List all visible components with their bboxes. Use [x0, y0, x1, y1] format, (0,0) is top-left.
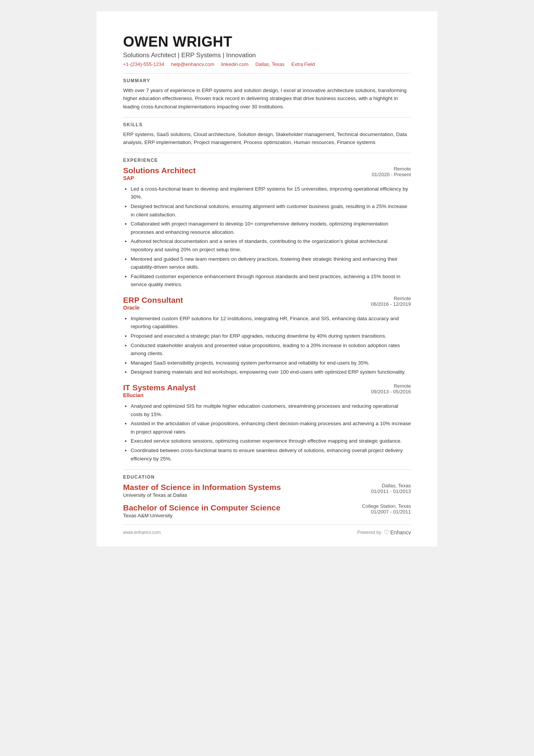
job-3-header: IT Systems Analyst Ellucian Remote 09/20…	[123, 383, 411, 400]
bullet-item: Managed SaaS extensibility projects, inc…	[131, 359, 411, 367]
contact-email[interactable]: help@enhancv.com	[171, 61, 214, 67]
job-2: ERP Consultant Oracle Remote 06/2016 - 1…	[123, 296, 411, 376]
job-1: Solutions Architect SAP Remote 01/2020 -…	[123, 166, 411, 289]
heart-icon: ♡	[384, 529, 389, 536]
resume-page: OWEN WRIGHT Solutions Architect | ERP Sy…	[97, 11, 437, 546]
degree-2-location: College Station, Texas	[362, 503, 411, 509]
education-label: EDUCATION	[123, 474, 411, 480]
job-1-location: Remote	[372, 166, 411, 172]
job-2-location: Remote	[371, 296, 411, 301]
job-1-bullets: Led a cross-functional team to develop a…	[123, 185, 411, 289]
page-footer: www.enhancv.com Powered by ♡ Enhancv	[123, 524, 411, 536]
skills-section: SKILLS ERP systems, SaaS solutions, Clou…	[123, 122, 411, 147]
bullet-item: Coordinated between cross-functional tea…	[131, 446, 411, 463]
bullet-item: Led a cross-functional team to develop a…	[131, 185, 411, 201]
contact-location: Dallas, Texas	[255, 61, 284, 67]
job-1-company: SAP	[123, 175, 196, 181]
degree-1-header: Master of Science in Information Systems…	[123, 483, 411, 498]
bullet-item: Designed technical and functional soluti…	[131, 202, 411, 219]
header-divider	[123, 73, 411, 74]
degree-2-info: Bachelor of Science in Computer Science …	[123, 503, 280, 518]
enhancv-logo: ♡ Enhancv	[384, 529, 411, 536]
job-2-bullets: Implemented custom ERP solutions for 12 …	[123, 315, 411, 376]
bullet-item: Facilitated customer experience enhancem…	[131, 272, 411, 289]
job-3-title-block: IT Systems Analyst Ellucian	[123, 383, 196, 400]
skills-text: ERP systems, SaaS solutions, Cloud archi…	[123, 130, 411, 147]
bullet-item: Conducted stakeholder analysis and prese…	[131, 341, 411, 358]
candidate-name: OWEN WRIGHT	[123, 34, 411, 50]
bullet-item: Assisted in the articulation of value pr…	[131, 419, 411, 436]
bullet-item: Analyzed and optimized SIS for multiple …	[131, 402, 411, 418]
experience-divider	[123, 470, 411, 470]
job-2-dates: 06/2016 - 12/2019	[371, 301, 411, 307]
job-2-title-block: ERP Consultant Oracle	[123, 296, 183, 313]
job-3: IT Systems Analyst Ellucian Remote 09/20…	[123, 383, 411, 463]
job-2-company: Oracle	[123, 305, 183, 311]
powered-by-text: Powered by	[357, 530, 381, 535]
job-1-header: Solutions Architect SAP Remote 01/2020 -…	[123, 166, 411, 183]
header: OWEN WRIGHT Solutions Architect | ERP Sy…	[123, 34, 411, 67]
job-3-bullets: Analyzed and optimized SIS for multiple …	[123, 402, 411, 463]
degree-2-school: Texas A&M University	[123, 513, 280, 518]
job-2-header: ERP Consultant Oracle Remote 06/2016 - 1…	[123, 296, 411, 313]
job-3-title: IT Systems Analyst	[123, 383, 196, 392]
bullet-item: Designed training materials and led work…	[131, 368, 411, 376]
degree-2: Bachelor of Science in Computer Science …	[123, 503, 411, 518]
job-2-meta: Remote 06/2016 - 12/2019	[371, 296, 411, 307]
job-1-meta: Remote 01/2020 - Present	[372, 166, 411, 177]
degree-1-dates: 01/2011 - 01/2013	[371, 488, 411, 494]
degree-1-location: Dallas, Texas	[371, 483, 411, 488]
degree-2-title: Bachelor of Science in Computer Science	[123, 503, 280, 512]
summary-divider	[123, 117, 411, 117]
degree-1-title: Master of Science in Information Systems	[123, 483, 281, 492]
bullet-item: Mentored and guided 5 new team members o…	[131, 255, 411, 271]
skills-divider	[123, 153, 411, 153]
brand-name: Enhancv	[390, 529, 411, 535]
degree-1-meta: Dallas, Texas 01/2011 - 01/2013	[371, 483, 411, 494]
degree-1-info: Master of Science in Information Systems…	[123, 483, 281, 498]
contact-phone[interactable]: +1-(234)-555-1234	[123, 61, 164, 67]
skills-label: SKILLS	[123, 122, 411, 127]
candidate-title: Solutions Architect | ERP Systems | Inno…	[123, 52, 411, 59]
job-3-meta: Remote 09/2013 - 05/2016	[371, 383, 411, 394]
job-3-company: Ellucian	[123, 392, 196, 398]
job-1-dates: 01/2020 - Present	[372, 172, 411, 177]
experience-section: EXPERIENCE Solutions Architect SAP Remot…	[123, 158, 411, 463]
job-3-location: Remote	[371, 383, 411, 389]
bullet-item: Collaborated with project management to …	[131, 220, 411, 236]
contact-row: +1-(234)-555-1234 help@enhancv.com linke…	[123, 61, 411, 67]
experience-label: EXPERIENCE	[123, 158, 411, 163]
summary-text: With over 7 years of experience in ERP s…	[123, 86, 411, 111]
summary-section: SUMMARY With over 7 years of experience …	[123, 78, 411, 111]
bullet-item: Authored technical documentation and a s…	[131, 237, 411, 254]
degree-1: Master of Science in Information Systems…	[123, 483, 411, 498]
job-3-dates: 09/2013 - 05/2016	[371, 389, 411, 394]
footer-website: www.enhancv.com	[123, 530, 161, 535]
job-1-title-block: Solutions Architect SAP	[123, 166, 196, 183]
footer-powered: Powered by ♡ Enhancv	[357, 529, 411, 536]
contact-extra: Extra Field	[291, 61, 315, 67]
degree-2-header: Bachelor of Science in Computer Science …	[123, 503, 411, 518]
job-1-title: Solutions Architect	[123, 166, 196, 175]
job-2-title: ERP Consultant	[123, 296, 183, 305]
bullet-item: Implemented custom ERP solutions for 12 …	[131, 315, 411, 331]
bullet-item: Executed service solutions sessions, opt…	[131, 437, 411, 445]
degree-2-meta: College Station, Texas 01/2007 - 01/2011	[362, 503, 411, 515]
degree-1-school: University of Texas at Dallas	[123, 492, 281, 498]
bullet-item: Proposed and executed a strategic plan f…	[131, 332, 411, 340]
summary-label: SUMMARY	[123, 78, 411, 83]
education-section: EDUCATION Master of Science in Informati…	[123, 474, 411, 518]
degree-2-dates: 01/2007 - 01/2011	[362, 509, 411, 515]
contact-linkedin[interactable]: linkedin.com	[221, 61, 248, 67]
